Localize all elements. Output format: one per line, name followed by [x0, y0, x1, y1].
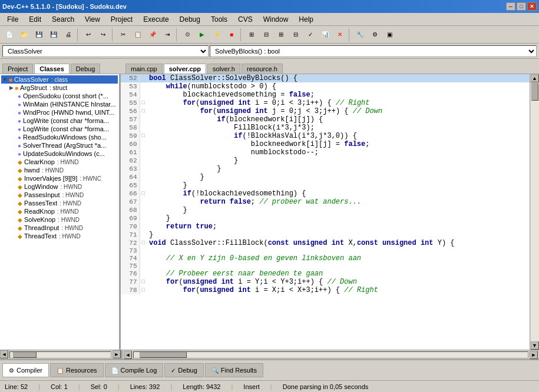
code-line-59[interactable]: 59 □ if(!BlockHasVal(i*3,j*3,0)) {: [121, 132, 530, 140]
code-text-54[interactable]: blockachievedsomething = false;: [147, 91, 530, 99]
tab-solver-h[interactable]: solver.h: [207, 64, 240, 74]
code-line-73[interactable]: 73: [121, 247, 530, 254]
tab-compile-log[interactable]: 📄 Compile Log: [105, 363, 164, 377]
scroll-track-v[interactable]: [531, 82, 539, 341]
code-line-58[interactable]: 58 FillBlock(i*3,j*3);: [121, 124, 530, 132]
tab-solver-cpp[interactable]: solver.cpp: [164, 64, 206, 74]
code-text-76[interactable]: // Probeer eerst naar beneden te gaan: [147, 270, 530, 278]
right-scroll-thumb[interactable]: [140, 352, 187, 358]
tb5-4[interactable]: ⊟: [289, 28, 303, 41]
menu-search[interactable]: Search: [47, 14, 79, 25]
run-button[interactable]: ▶: [195, 28, 209, 41]
print-button[interactable]: 🖨: [61, 28, 75, 41]
code-line-69[interactable]: 69 }: [121, 214, 530, 222]
fold-62[interactable]: [140, 157, 147, 165]
fold-63[interactable]: [140, 165, 147, 173]
tree-item-hwnd[interactable]: ◆ hwnd : HWND: [1, 166, 118, 174]
new-button[interactable]: 📄: [2, 28, 16, 41]
code-line-77[interactable]: 77 □ for(unsigned int i = Y;i < Y+3;i++)…: [121, 278, 530, 286]
fold-52[interactable]: [140, 74, 147, 82]
code-text-78[interactable]: for(unsigned int i = X;i < X+3;i++) { //…: [147, 286, 530, 294]
code-text-71[interactable]: }: [147, 231, 530, 239]
fold-64[interactable]: [140, 173, 147, 181]
close-button[interactable]: ✕: [527, 2, 537, 11]
menu-help[interactable]: Help: [294, 14, 318, 25]
menu-file[interactable]: File: [2, 14, 23, 25]
tree-item-updatesudoku[interactable]: ● UpdateSudokuWindows (c...: [1, 150, 118, 158]
fold-59[interactable]: □: [140, 132, 147, 140]
scroll-thumb-v[interactable]: [531, 83, 538, 101]
tab-classes[interactable]: Classes: [34, 64, 70, 74]
fold-68[interactable]: [140, 206, 147, 214]
scroll-up-button[interactable]: ▲: [531, 74, 539, 82]
scroll-down-button[interactable]: ▼: [531, 341, 539, 350]
code-line-52[interactable]: 52 bool ClassSolver::SolveByBlocks() {: [121, 74, 530, 82]
tb5-2[interactable]: ⊟: [259, 28, 273, 41]
expand-argstruct[interactable]: ▶: [9, 85, 14, 91]
code-text-58[interactable]: FillBlock(i*3,j*3);: [147, 124, 530, 132]
fold-73[interactable]: [140, 247, 147, 254]
tree-item-classsolver[interactable]: ▼ ■ ClassSolver : class: [1, 75, 118, 84]
minimize-button[interactable]: ─: [506, 2, 515, 11]
code-text-64[interactable]: }: [147, 173, 530, 181]
fold-57[interactable]: [140, 115, 147, 124]
code-line-76[interactable]: 76 // Probeer eerst naar beneden te gaan: [121, 270, 530, 278]
fold-77[interactable]: □: [140, 278, 147, 286]
fold-65[interactable]: [140, 181, 147, 190]
right-scroll-track[interactable]: [133, 351, 528, 358]
code-line-57[interactable]: 57 if(blockneedwork[i][j]) {: [121, 115, 530, 124]
code-text-62[interactable]: }: [147, 157, 530, 165]
code-text-72[interactable]: void ClassSolver::FillBlock(const unsign…: [147, 239, 530, 247]
tree-item-passesinput[interactable]: ◆ PassesInput : HWND: [1, 191, 118, 199]
open-button[interactable]: 📁: [17, 28, 31, 41]
code-text-67[interactable]: return false; // probeer wat anders...: [147, 198, 530, 206]
function-selector[interactable]: SolveByBlocks() : bool: [210, 45, 537, 57]
indent-button[interactable]: ⇥: [160, 28, 174, 41]
maximize-button[interactable]: □: [517, 2, 526, 11]
code-line-54[interactable]: 54 blockachievedsomething = false;: [121, 91, 530, 99]
tb6-3[interactable]: ▣: [382, 28, 396, 41]
paste-button[interactable]: 📌: [146, 28, 160, 41]
tree-item-threadtext[interactable]: ◆ ThreadText : HWND: [1, 232, 118, 240]
code-line-62[interactable]: 62 }: [121, 157, 530, 165]
class-selector[interactable]: ClassSolver: [2, 45, 209, 57]
fold-53[interactable]: [140, 82, 147, 91]
code-line-60[interactable]: 60 blockneedwork[i][j] = false;: [121, 140, 530, 148]
code-text-69[interactable]: }: [147, 214, 530, 222]
copy-button[interactable]: 📋: [131, 28, 145, 41]
tb5-5[interactable]: ✓: [303, 28, 318, 41]
code-line-66[interactable]: 66 □ if(!blockachievedsomething) {: [121, 190, 530, 198]
code-text-56[interactable]: for(unsigned int j = 0;j < 3;j++) { // D…: [147, 107, 530, 115]
menu-cvs[interactable]: CVS: [233, 14, 257, 25]
tree-item-solveknop[interactable]: ◆ SolveKnop : HWND: [1, 215, 118, 224]
code-text-73[interactable]: [147, 247, 530, 254]
left-scroll-track[interactable]: [9, 351, 111, 358]
expand-classsolver[interactable]: ▼: [2, 77, 8, 82]
code-line-56[interactable]: 56 □ for(unsigned int j = 0;j < 3;j++) {…: [121, 107, 530, 115]
code-text-57[interactable]: if(blockneedwork[i][j]) {: [147, 115, 530, 124]
stop-button[interactable]: ■: [224, 28, 239, 41]
tb5-chart[interactable]: 📊: [318, 28, 332, 41]
tab-find-results[interactable]: 🔍 Find Results: [205, 363, 263, 377]
tree-item-clearknop[interactable]: ◆ ClearKnop : HWND: [1, 158, 118, 166]
fold-76[interactable]: [140, 270, 147, 278]
save-all-button[interactable]: 💾: [47, 28, 61, 41]
tree-item-winmain[interactable]: ● WinMain (HINSTANCE hInstar...: [1, 100, 118, 108]
tree-item-argstruct[interactable]: ▶ ■ ArgStruct : struct: [1, 84, 118, 92]
tab-project[interactable]: Project: [2, 64, 33, 74]
menu-project[interactable]: Project: [106, 14, 137, 25]
fold-74[interactable]: [140, 254, 147, 263]
code-editor[interactable]: 52 bool ClassSolver::SolveByBlocks() { 5…: [121, 74, 530, 350]
tab-resource-h[interactable]: resource.h: [242, 64, 283, 74]
menu-window[interactable]: Window: [259, 14, 293, 25]
fold-54[interactable]: [140, 91, 147, 99]
code-text-52[interactable]: bool ClassSolver::SolveByBlocks() {: [147, 74, 530, 82]
menu-debug[interactable]: Debug: [175, 14, 205, 25]
tb5-3[interactable]: ⊞: [274, 28, 288, 41]
code-text-59[interactable]: if(!BlockHasVal(i*3,j*3,0)) {: [147, 132, 530, 140]
tb5-stop-red[interactable]: ✕: [333, 28, 347, 41]
code-line-75[interactable]: 75: [121, 263, 530, 270]
fold-61[interactable]: [140, 148, 147, 157]
code-line-63[interactable]: 63 }: [121, 165, 530, 173]
compile-button[interactable]: ⚙: [180, 28, 194, 41]
